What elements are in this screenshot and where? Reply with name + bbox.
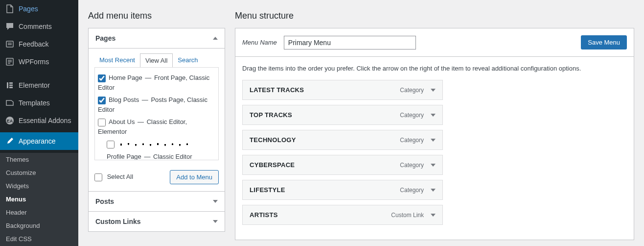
page-icon xyxy=(5,4,15,14)
menu-item-expand-icon[interactable] xyxy=(431,89,436,92)
menu-item-title: LATEST TRACKS xyxy=(250,86,304,94)
save-menu-button[interactable]: Save Menu xyxy=(581,35,627,49)
select-all-text: Select All xyxy=(107,173,133,180)
menu-item-expand-icon[interactable] xyxy=(431,114,436,117)
menu-structure-heading: Menu structure xyxy=(235,11,634,21)
add-items-heading: Add menu items xyxy=(88,11,225,21)
svg-text:EA: EA xyxy=(7,119,13,123)
pages-list-wrap: Home Page — Front Page, Classic EditorBl… xyxy=(94,67,219,160)
sidebar-sub-background[interactable]: Background xyxy=(0,219,78,232)
page-label[interactable]: Profile Page — Classic Editor xyxy=(107,153,192,160)
sidebar-item-label: Pages xyxy=(19,5,38,13)
custom-links-accordion-toggle[interactable]: Custom Links xyxy=(89,211,225,231)
page-checkbox[interactable] xyxy=(98,119,106,126)
sidebar-item-appearance[interactable]: Appearance xyxy=(0,132,78,150)
sidebar-sub-widgets[interactable]: Widgets xyxy=(0,179,78,193)
sidebar-item-feedback[interactable]: Feedback xyxy=(0,35,78,53)
sidebar-item-templates[interactable]: Templates xyxy=(0,94,78,112)
menu-item-type: Category xyxy=(400,162,424,169)
pages-list[interactable]: Home Page — Front Page, Classic EditorBl… xyxy=(95,68,218,160)
sidebar-item-comments[interactable]: Comments xyxy=(0,18,78,35)
menu-item-title: LIFESTYLE xyxy=(250,186,285,194)
menu-item-expand-icon[interactable] xyxy=(431,189,436,192)
pages-accordion-toggle[interactable]: Pages xyxy=(89,28,225,49)
menu-item[interactable]: LIFESTYLE Category xyxy=(242,180,443,200)
sidebar-item-wpforms[interactable]: WPForms xyxy=(0,53,78,71)
menu-item-expand-icon[interactable] xyxy=(431,164,436,167)
menu-item-expand-icon[interactable] xyxy=(431,214,436,217)
menu-item-title: TOP TRACKS xyxy=(250,111,292,119)
pages-accordion: Pages Most RecentView AllSearch Home Pag… xyxy=(88,28,225,232)
page-list-item: About Us — Classic Editor, Elementor xyxy=(98,116,215,138)
menu-item-type: Category xyxy=(400,112,424,119)
sidebar-item-label: Feedback xyxy=(19,40,48,48)
tab-search[interactable]: Search xyxy=(173,53,203,67)
svg-rect-3 xyxy=(9,82,13,84)
sidebar-item-label: Elementor xyxy=(19,81,50,89)
menu-settings-box: Menu Name Save Menu Drag the items into … xyxy=(235,28,634,240)
page-list-item xyxy=(98,138,215,150)
sidebar-sub-themes[interactable]: Themes xyxy=(0,153,78,166)
page-list-item: Home Page — Front Page, Classic Editor xyxy=(98,72,215,94)
add-to-menu-button[interactable]: Add to Menu xyxy=(170,170,219,184)
menu-item-title: TECHNOLOGY xyxy=(250,136,296,144)
comment-icon xyxy=(5,22,15,31)
sidebar-item-label: Appearance xyxy=(19,137,56,145)
menu-item[interactable]: CYBERSPACE Category xyxy=(242,155,443,175)
sidebar-item-pages[interactable]: Pages xyxy=(0,0,78,18)
sidebar-sub-edit-css[interactable]: Edit CSS xyxy=(0,232,78,246)
tab-most-recent[interactable]: Most Recent xyxy=(94,53,140,67)
pages-accordion-title: Pages xyxy=(95,34,115,42)
tab-view-all[interactable]: View All xyxy=(140,53,173,68)
sidebar-sub-customize[interactable]: Customize xyxy=(0,166,78,179)
page-list-item: Profile Page — Classic Editor xyxy=(98,150,215,160)
custom-links-accordion-title: Custom Links xyxy=(95,218,141,225)
menu-item[interactable]: ARTISTS Custom Link xyxy=(242,205,443,225)
caret-down-icon xyxy=(213,200,218,203)
sidebar-item-label: Comments xyxy=(19,23,52,30)
page-list-item: Blog Posts — Posts Page, Classic Editor xyxy=(98,94,215,116)
page-label[interactable]: About Us — Classic Editor, Elementor xyxy=(98,118,187,135)
menu-name-label: Menu Name xyxy=(242,39,277,46)
sidebar-sub-menus[interactable]: Menus xyxy=(0,193,78,206)
select-all-checkbox[interactable] xyxy=(94,173,102,181)
menu-item-title: CYBERSPACE xyxy=(250,161,295,169)
menu-item-title: ARTISTS xyxy=(250,211,278,219)
svg-rect-2 xyxy=(7,82,8,88)
wpforms-icon xyxy=(5,57,15,67)
menu-item-expand-icon[interactable] xyxy=(431,139,436,142)
menu-item[interactable]: TECHNOLOGY Category xyxy=(242,130,443,150)
sidebar-sub-header[interactable]: Header xyxy=(0,206,78,219)
redacted-text xyxy=(117,141,191,148)
menu-instructions: Drag the items into the order you prefer… xyxy=(235,57,634,80)
caret-down-icon xyxy=(213,220,218,223)
menu-name-input[interactable] xyxy=(284,36,416,49)
caret-up-icon xyxy=(213,37,218,40)
select-all-label[interactable]: Select All xyxy=(94,173,133,181)
brush-icon xyxy=(5,136,15,146)
svg-rect-4 xyxy=(9,85,13,86)
page-label[interactable]: Blog Posts — Posts Page, Classic Editor xyxy=(98,96,207,113)
page-checkbox[interactable] xyxy=(98,97,106,104)
menu-item[interactable]: TOP TRACKS Category xyxy=(242,105,443,125)
menu-item[interactable]: LATEST TRACKS Category xyxy=(242,80,443,100)
svg-rect-0 xyxy=(6,41,13,47)
page-label[interactable]: Home Page — Front Page, Classic Editor xyxy=(98,74,209,91)
templates-icon xyxy=(5,98,15,108)
menu-items-list: LATEST TRACKS Category TOP TRACKS Catego… xyxy=(235,80,634,240)
menu-structure-column: Menu structure Menu Name Save Menu Drag … xyxy=(235,0,634,240)
sidebar-item-elementor[interactable]: Elementor xyxy=(0,76,78,94)
menu-item-type: Category xyxy=(400,137,424,144)
sidebar-item-essential-addons[interactable]: EA Essential Addons xyxy=(0,112,78,129)
sidebar-item-label: Templates xyxy=(19,99,50,107)
sidebar-item-label: WPForms xyxy=(19,58,49,66)
page-checkbox[interactable] xyxy=(107,141,115,148)
posts-accordion-toggle[interactable]: Posts xyxy=(89,191,225,211)
main-content: Add menu items Pages Most RecentView All… xyxy=(78,0,644,246)
menu-item-type: Custom Link xyxy=(391,212,424,219)
menu-item-type: Category xyxy=(400,187,424,194)
pages-tabs: Most RecentView AllSearch xyxy=(89,49,225,67)
sidebar-item-label: Essential Addons xyxy=(19,117,71,124)
feedback-icon xyxy=(5,39,15,49)
page-checkbox[interactable] xyxy=(98,74,106,82)
